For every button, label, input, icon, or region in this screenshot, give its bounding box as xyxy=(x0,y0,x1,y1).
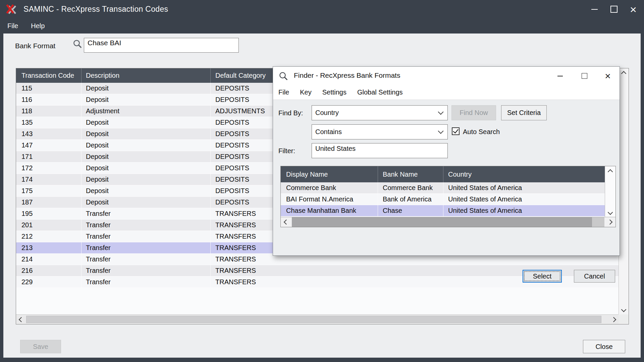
minimize-icon xyxy=(557,76,563,76)
cell-display-name: BAI Format N.America xyxy=(281,194,378,205)
finder-titlebar: Finder - RecXpress Bank Formats × xyxy=(273,67,620,85)
find-now-button[interactable]: Find Now xyxy=(451,105,496,120)
cell-transaction-code: 201 xyxy=(16,220,81,231)
scroll-right-icon[interactable] xyxy=(604,217,615,227)
scroll-down-icon[interactable] xyxy=(605,207,615,218)
find-by-dropdown[interactable]: Country xyxy=(312,105,448,120)
scroll-left-icon[interactable] xyxy=(281,217,292,227)
menu-file[interactable]: File xyxy=(2,19,23,33)
cell-description: Deposit xyxy=(81,197,210,208)
table-row[interactable]: Commerce Bank Commerce Bank United State… xyxy=(281,182,605,194)
scrollbar-corner xyxy=(619,314,629,324)
finder-maximize-button[interactable] xyxy=(575,67,593,85)
bank-format-label: Bank Format xyxy=(15,42,55,50)
cell-description: Transfer xyxy=(81,242,210,253)
cell-country: United States of America xyxy=(443,194,605,205)
cell-description: Transfer xyxy=(81,265,210,276)
maximize-icon xyxy=(610,6,618,13)
cell-description: Deposit xyxy=(81,140,210,151)
main-horizontal-scrollbar[interactable] xyxy=(16,314,619,324)
auto-search-label: Auto Search xyxy=(463,128,500,136)
scroll-up-icon[interactable] xyxy=(605,166,615,177)
scroll-right-icon[interactable] xyxy=(608,315,619,324)
cell-bank-name: Bank of America xyxy=(378,194,443,205)
cell-display-name: Commerce Bank xyxy=(281,182,378,193)
table-row[interactable]: Chase Manhattan Bank Chase United States… xyxy=(281,205,605,217)
save-button[interactable]: Save xyxy=(20,340,61,353)
maximize-button[interactable] xyxy=(604,0,623,18)
finder-menubar: File Key Settings Global Settings xyxy=(273,85,620,100)
minimize-button[interactable] xyxy=(585,0,604,18)
close-icon: × xyxy=(605,72,611,80)
cell-transaction-code: 172 xyxy=(16,163,81,174)
finder-menu-settings[interactable]: Settings xyxy=(322,86,346,98)
cell-transaction-code: 216 xyxy=(16,265,81,276)
cell-description: Deposit xyxy=(81,94,210,105)
main-content: Bank Format Transaction Code Description… xyxy=(3,34,641,358)
set-criteria-button[interactable]: Set Criteria xyxy=(501,105,547,120)
close-button[interactable]: × xyxy=(624,0,643,18)
column-header-transaction-code[interactable]: Transaction Code xyxy=(16,68,81,83)
chevron-down-icon xyxy=(438,109,444,115)
cell-transaction-code: 171 xyxy=(16,151,81,162)
cell-description: Deposit xyxy=(81,117,210,128)
main-vertical-scrollbar[interactable] xyxy=(619,68,629,314)
select-button[interactable]: Select xyxy=(523,270,562,283)
finder-vertical-scrollbar[interactable] xyxy=(605,166,615,218)
cell-transaction-code: 187 xyxy=(16,197,81,208)
auto-search-checkbox[interactable] xyxy=(452,127,460,135)
column-header-description[interactable]: Description xyxy=(81,68,210,83)
cell-transaction-code: 147 xyxy=(16,140,81,151)
bank-formats-header: Display Name Bank Name Country xyxy=(281,166,605,182)
finder-search-icon xyxy=(278,71,288,81)
cell-transaction-code: 174 xyxy=(16,174,81,185)
close-window-button[interactable]: Close xyxy=(583,340,625,353)
finder-close-button[interactable]: × xyxy=(599,67,617,85)
cell-description: Deposit xyxy=(81,83,210,94)
finder-minimize-button[interactable] xyxy=(551,67,569,85)
column-header-bank-name[interactable]: Bank Name xyxy=(378,166,443,182)
cell-description: Transfer xyxy=(81,231,210,242)
finder-title: Finder - RecXpress Bank Formats xyxy=(294,71,400,79)
cell-description: Transfer xyxy=(81,254,210,265)
finder-horizontal-scrollbar[interactable] xyxy=(281,217,615,227)
column-header-country[interactable]: Country xyxy=(443,166,605,182)
cell-description: Deposit xyxy=(81,151,210,162)
search-icon[interactable] xyxy=(72,39,83,49)
minimize-icon xyxy=(591,9,598,10)
menu-help[interactable]: Help xyxy=(25,19,50,33)
finder-menu-key[interactable]: Key xyxy=(300,86,311,98)
main-titlebar: SAMINC - RecXpress Transaction Codes × xyxy=(0,0,644,18)
scroll-left-icon[interactable] xyxy=(16,315,26,324)
filter-input[interactable] xyxy=(312,143,448,158)
scroll-up-icon[interactable] xyxy=(619,68,629,78)
table-row[interactable]: BAI Format N.America Bank of America Uni… xyxy=(281,194,605,205)
bank-format-input[interactable] xyxy=(84,38,239,53)
find-by-label: Find By: xyxy=(278,109,303,117)
cell-country: United States of America xyxy=(443,182,605,193)
filter-label: Filter: xyxy=(278,147,295,155)
bank-formats-table: Display Name Bank Name Country Commerce … xyxy=(280,166,616,227)
finder-menu-global-settings[interactable]: Global Settings xyxy=(357,86,403,98)
operator-dropdown[interactable]: Contains xyxy=(312,124,448,139)
finder-dialog: Finder - RecXpress Bank Formats × File K… xyxy=(273,66,620,256)
cell-transaction-code: 214 xyxy=(16,254,81,265)
cell-transaction-code: 175 xyxy=(16,185,81,196)
cell-description: Deposit xyxy=(81,163,210,174)
maximize-icon xyxy=(582,73,587,79)
finder-menu-file[interactable]: File xyxy=(278,86,289,98)
app-logo-icon xyxy=(5,3,17,16)
column-header-display-name[interactable]: Display Name xyxy=(281,166,378,182)
cell-bank-name: Commerce Bank xyxy=(378,182,443,193)
scroll-down-icon[interactable] xyxy=(619,304,629,314)
scrollbar-thumb[interactable] xyxy=(292,217,592,227)
cell-country: United States of America xyxy=(443,205,605,216)
cell-display-name: Chase Manhattan Bank xyxy=(281,205,378,216)
cell-description: Deposit xyxy=(81,128,210,139)
scrollbar-thumb[interactable] xyxy=(26,316,601,323)
cancel-button[interactable]: Cancel xyxy=(574,270,615,283)
cell-description: Deposit xyxy=(81,185,210,196)
cell-description: Transfer xyxy=(81,277,210,288)
main-window: SAMINC - RecXpress Transaction Codes × F… xyxy=(0,0,644,362)
cell-description: Deposit xyxy=(81,174,210,185)
